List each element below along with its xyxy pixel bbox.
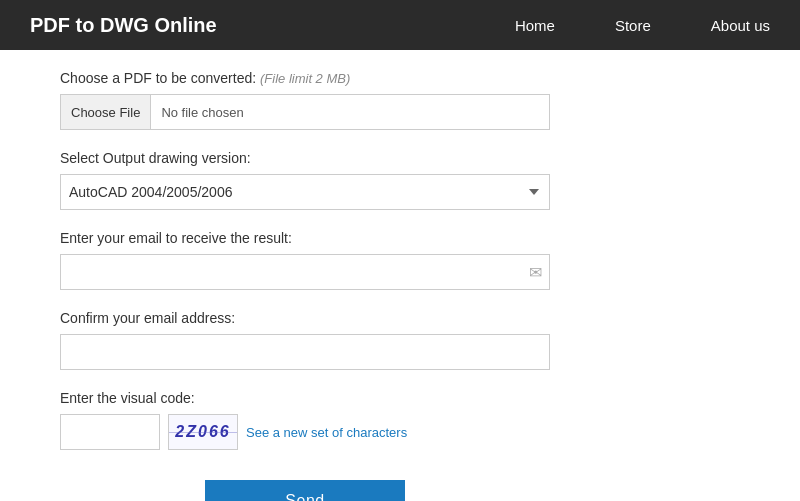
visual-code-group: Enter the visual code: 2Z066 See a new s… <box>60 390 740 450</box>
email-icon: ✉ <box>529 263 542 282</box>
nav-bar: Home Store About us <box>515 17 770 34</box>
main-content: Choose a PDF to be converted: (File limi… <box>0 50 800 501</box>
file-input-wrapper: Choose File No file chosen <box>60 94 550 130</box>
file-limit-text: (File limit 2 MB) <box>260 71 350 86</box>
email-group: Enter your email to receive the result: … <box>60 230 740 290</box>
output-version-select[interactable]: AutoCAD 2004/2005/2006 AutoCAD 2007/2008… <box>60 174 550 210</box>
confirm-email-group: Confirm your email address: <box>60 310 740 370</box>
nav-home[interactable]: Home <box>515 17 555 34</box>
visual-code-label: Enter the visual code: <box>60 390 740 406</box>
choose-file-button[interactable]: Choose File <box>61 95 151 129</box>
email-label: Enter your email to receive the result: <box>60 230 740 246</box>
confirm-email-input[interactable] <box>60 334 550 370</box>
send-button[interactable]: Send <box>205 480 405 501</box>
file-upload-group: Choose a PDF to be converted: (File limi… <box>60 70 740 130</box>
no-file-text: No file chosen <box>151 105 243 120</box>
visual-code-row: 2Z066 See a new set of characters <box>60 414 740 450</box>
header: PDF to DWG Online Home Store About us <box>0 0 800 50</box>
email-input-wrapper: ✉ <box>60 254 550 290</box>
app-title: PDF to DWG Online <box>30 14 217 37</box>
nav-about[interactable]: About us <box>711 17 770 34</box>
see-new-chars-link[interactable]: See a new set of characters <box>246 425 407 440</box>
output-label: Select Output drawing version: <box>60 150 740 166</box>
email-input[interactable] <box>60 254 550 290</box>
captcha-image: 2Z066 <box>168 414 238 450</box>
confirm-email-label: Confirm your email address: <box>60 310 740 326</box>
output-version-group: Select Output drawing version: AutoCAD 2… <box>60 150 740 210</box>
visual-code-input[interactable] <box>60 414 160 450</box>
file-label: Choose a PDF to be converted: (File limi… <box>60 70 740 86</box>
send-button-wrapper: Send <box>60 480 550 501</box>
nav-store[interactable]: Store <box>615 17 651 34</box>
